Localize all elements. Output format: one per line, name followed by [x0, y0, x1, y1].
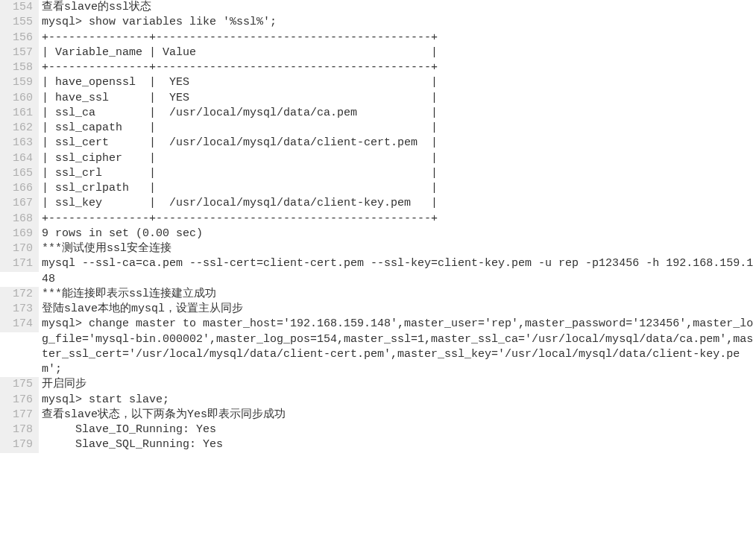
line-content: | have_openssl | YES |: [39, 75, 756, 90]
code-line: 1699 rows in set (0.00 sec): [0, 227, 756, 241]
line-number: 176: [0, 393, 39, 408]
code-line: 164| ssl_cipher | |: [0, 151, 756, 166]
line-number: 159: [0, 75, 39, 90]
line-number: 167: [0, 196, 39, 211]
line-number: 155: [0, 15, 39, 30]
code-line: 177查看slave状态，以下两条为Yes即表示同步成功: [0, 408, 756, 422]
line-content: | ssl_crlpath | |: [39, 181, 756, 196]
line-content: ***能连接即表示ssl连接建立成功: [39, 287, 756, 302]
line-content: Slave_IO_Running: Yes: [39, 422, 756, 437]
code-line: 156+---------------+--------------------…: [0, 31, 756, 45]
line-content: +---------------+-----------------------…: [39, 60, 756, 75]
code-line: 179 Slave_SQL_Running: Yes: [0, 437, 756, 452]
code-line: 157| Variable_name | Value |: [0, 45, 756, 60]
code-line: 167| ssl_key | /usr/local/mysql/data/cli…: [0, 196, 756, 211]
line-content: 查看slave状态，以下两条为Yes即表示同步成功: [39, 408, 756, 422]
line-number: 172: [0, 287, 39, 302]
code-line: 168+---------------+--------------------…: [0, 212, 756, 227]
line-content: 开启同步: [39, 377, 756, 392]
line-content: mysql --ssl-ca=ca.pem --ssl-cert=client-…: [39, 256, 756, 287]
line-number: 175: [0, 377, 39, 392]
line-number: 164: [0, 151, 39, 166]
line-content: | ssl_cert | /usr/local/mysql/data/clien…: [39, 136, 756, 151]
code-line: 172***能连接即表示ssl连接建立成功: [0, 287, 756, 302]
line-number: 158: [0, 60, 39, 75]
line-number: 171: [0, 256, 39, 271]
line-content: mysql> start slave;: [39, 393, 756, 408]
line-content: | have_ssl | YES |: [39, 91, 756, 106]
line-content: | ssl_capath | |: [39, 121, 756, 136]
line-content: +---------------+-----------------------…: [39, 212, 756, 227]
line-number: 170: [0, 241, 39, 256]
line-content: | Variable_name | Value |: [39, 45, 756, 60]
code-line: 174mysql> change master to master_host='…: [0, 317, 756, 377]
line-content: 登陆slave本地的mysql，设置主从同步: [39, 302, 756, 317]
code-line: 166| ssl_crlpath | |: [0, 181, 756, 196]
code-line: 165| ssl_crl | |: [0, 166, 756, 181]
line-content: | ssl_key | /usr/local/mysql/data/client…: [39, 196, 756, 211]
line-number: 161: [0, 106, 39, 121]
code-line: 163| ssl_cert | /usr/local/mysql/data/cl…: [0, 136, 756, 151]
line-number: 163: [0, 136, 39, 151]
line-content: ***测试使用ssl安全连接: [39, 241, 756, 256]
line-number: 169: [0, 227, 39, 241]
line-number: 177: [0, 408, 39, 422]
line-number: 157: [0, 45, 39, 60]
line-content: | ssl_cipher | |: [39, 151, 756, 166]
code-line: 176mysql> start slave;: [0, 393, 756, 408]
code-line: 171mysql --ssl-ca=ca.pem --ssl-cert=clie…: [0, 256, 756, 287]
line-number: 174: [0, 317, 39, 332]
code-line: 155mysql> show variables like '%ssl%';: [0, 15, 756, 30]
line-content: 9 rows in set (0.00 sec): [39, 227, 756, 241]
code-line: 160| have_ssl | YES |: [0, 91, 756, 106]
line-number: 168: [0, 212, 39, 227]
code-line: 170***测试使用ssl安全连接: [0, 241, 756, 256]
line-number: 154: [0, 0, 39, 15]
code-line: 161| ssl_ca | /usr/local/mysql/data/ca.p…: [0, 106, 756, 121]
line-number: 156: [0, 31, 39, 45]
line-number: 165: [0, 166, 39, 181]
code-block: 154查看slave的ssl状态155mysql> show variables…: [0, 0, 756, 453]
code-line: 158+---------------+--------------------…: [0, 60, 756, 75]
line-number: 173: [0, 302, 39, 317]
code-line: 154查看slave的ssl状态: [0, 0, 756, 15]
line-content: 查看slave的ssl状态: [39, 0, 756, 15]
line-content: | ssl_crl | |: [39, 166, 756, 181]
code-line: 175开启同步: [0, 377, 756, 392]
line-number: 166: [0, 181, 39, 196]
line-content: mysql> show variables like '%ssl%';: [39, 15, 756, 30]
line-number: 162: [0, 121, 39, 136]
code-line: 162| ssl_capath | |: [0, 121, 756, 136]
code-line: 178 Slave_IO_Running: Yes: [0, 422, 756, 437]
code-line: 159| have_openssl | YES |: [0, 75, 756, 90]
line-content: Slave_SQL_Running: Yes: [39, 437, 756, 452]
line-number: 179: [0, 437, 39, 452]
line-number: 160: [0, 91, 39, 106]
line-content: +---------------+-----------------------…: [39, 31, 756, 45]
line-content: | ssl_ca | /usr/local/mysql/data/ca.pem …: [39, 106, 756, 121]
code-line: 173登陆slave本地的mysql，设置主从同步: [0, 302, 756, 317]
line-number: 178: [0, 422, 39, 437]
line-content: mysql> change master to master_host='192…: [39, 317, 756, 377]
